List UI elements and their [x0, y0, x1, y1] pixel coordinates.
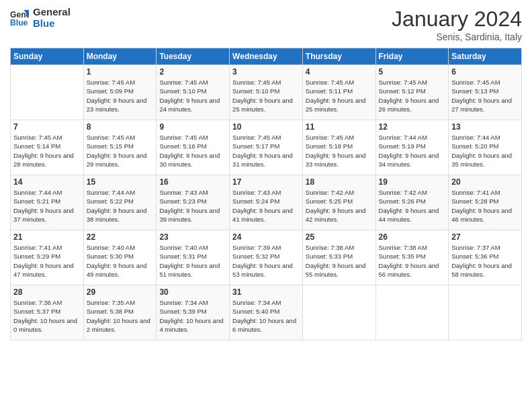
day-number: 25 — [306, 232, 373, 242]
day-number: 5 — [379, 67, 446, 77]
cell-4-6 — [449, 285, 522, 340]
day-info: Sunrise: 7:45 AMSunset: 5:13 PMDaylight:… — [451, 78, 519, 113]
day-info: Sunrise: 7:34 AMSunset: 5:39 PMDaylight:… — [159, 298, 226, 334]
cell-3-5: 26Sunrise: 7:38 AMSunset: 5:35 PMDayligh… — [375, 230, 449, 285]
calendar-table: Sunday Monday Tuesday Wednesday Thursday… — [10, 48, 522, 340]
day-number: 27 — [451, 232, 519, 242]
day-number: 29 — [87, 287, 154, 297]
day-info: Sunrise: 7:36 AMSunset: 5:37 PMDaylight:… — [13, 298, 81, 334]
day-number: 31 — [232, 287, 300, 297]
logo: General Blue General Blue — [10, 7, 71, 29]
day-number: 4 — [306, 67, 373, 77]
cell-2-3: 17Sunrise: 7:43 AMSunset: 5:24 PMDayligh… — [230, 175, 303, 230]
day-info: Sunrise: 7:35 AMSunset: 5:38 PMDaylight:… — [87, 298, 154, 334]
logo-line1: General — [33, 7, 71, 18]
day-number: 2 — [159, 67, 226, 77]
day-info: Sunrise: 7:45 AMSunset: 5:11 PMDaylight:… — [306, 78, 373, 113]
cell-1-5: 12Sunrise: 7:44 AMSunset: 5:19 PMDayligh… — [375, 120, 449, 175]
day-info: Sunrise: 7:45 AMSunset: 5:14 PMDaylight:… — [13, 133, 81, 169]
day-number: 3 — [232, 67, 300, 77]
location: Senis, Sardinia, Italy — [392, 32, 522, 42]
col-tuesday: Tuesday — [157, 48, 230, 65]
col-thursday: Thursday — [302, 48, 375, 65]
day-number: 1 — [87, 67, 154, 77]
logo-icon: General Blue — [10, 9, 29, 28]
day-info: Sunrise: 7:43 AMSunset: 5:24 PMDaylight:… — [232, 188, 300, 224]
day-info: Sunrise: 7:41 AMSunset: 5:29 PMDaylight:… — [13, 243, 81, 279]
day-info: Sunrise: 7:41 AMSunset: 5:28 PMDaylight:… — [451, 188, 519, 224]
week-row-4: 28Sunrise: 7:36 AMSunset: 5:37 PMDayligh… — [11, 285, 522, 340]
day-number: 6 — [451, 67, 519, 77]
cell-3-3: 24Sunrise: 7:39 AMSunset: 5:32 PMDayligh… — [230, 230, 303, 285]
cell-3-2: 23Sunrise: 7:40 AMSunset: 5:31 PMDayligh… — [157, 230, 230, 285]
cell-3-1: 22Sunrise: 7:40 AMSunset: 5:30 PMDayligh… — [83, 230, 157, 285]
header-row: Sunday Monday Tuesday Wednesday Thursday… — [11, 48, 522, 65]
cell-1-2: 9Sunrise: 7:45 AMSunset: 5:16 PMDaylight… — [157, 120, 230, 175]
day-number: 18 — [306, 177, 373, 187]
day-number: 16 — [159, 177, 226, 187]
cell-2-6: 20Sunrise: 7:41 AMSunset: 5:28 PMDayligh… — [449, 175, 522, 230]
cell-0-3: 3Sunrise: 7:45 AMSunset: 5:10 PMDaylight… — [230, 65, 303, 120]
cell-1-0: 7Sunrise: 7:45 AMSunset: 5:14 PMDaylight… — [11, 120, 84, 175]
day-info: Sunrise: 7:45 AMSunset: 5:16 PMDaylight:… — [159, 133, 226, 169]
cell-4-1: 29Sunrise: 7:35 AMSunset: 5:38 PMDayligh… — [83, 285, 157, 340]
col-friday: Friday — [375, 48, 449, 65]
day-number: 28 — [13, 287, 81, 297]
week-row-2: 14Sunrise: 7:44 AMSunset: 5:21 PMDayligh… — [11, 175, 522, 230]
day-info: Sunrise: 7:45 AMSunset: 5:15 PMDaylight:… — [87, 133, 154, 169]
month-title: January 2024 — [392, 7, 522, 32]
day-number: 19 — [379, 177, 446, 187]
day-number: 17 — [232, 177, 300, 187]
day-number: 26 — [379, 232, 446, 242]
day-info: Sunrise: 7:34 AMSunset: 5:40 PMDaylight:… — [232, 298, 300, 334]
cell-1-1: 8Sunrise: 7:45 AMSunset: 5:15 PMDaylight… — [83, 120, 157, 175]
day-number: 20 — [451, 177, 519, 187]
col-monday: Monday — [83, 48, 157, 65]
cell-4-2: 30Sunrise: 7:34 AMSunset: 5:39 PMDayligh… — [157, 285, 230, 340]
cell-2-4: 18Sunrise: 7:42 AMSunset: 5:25 PMDayligh… — [302, 175, 375, 230]
cell-1-6: 13Sunrise: 7:44 AMSunset: 5:20 PMDayligh… — [449, 120, 522, 175]
page: General Blue General Blue January 2024 S… — [0, 0, 532, 411]
day-info: Sunrise: 7:44 AMSunset: 5:21 PMDaylight:… — [13, 188, 81, 224]
cell-0-6: 6Sunrise: 7:45 AMSunset: 5:13 PMDaylight… — [449, 65, 522, 120]
header: General Blue General Blue January 2024 S… — [10, 7, 522, 42]
day-number: 13 — [451, 122, 519, 132]
cell-2-1: 15Sunrise: 7:44 AMSunset: 5:22 PMDayligh… — [83, 175, 157, 230]
day-info: Sunrise: 7:39 AMSunset: 5:32 PMDaylight:… — [232, 243, 300, 279]
col-saturday: Saturday — [449, 48, 522, 65]
cell-1-4: 11Sunrise: 7:45 AMSunset: 5:18 PMDayligh… — [302, 120, 375, 175]
day-info: Sunrise: 7:45 AMSunset: 5:18 PMDaylight:… — [306, 133, 373, 169]
day-info: Sunrise: 7:45 AMSunset: 5:10 PMDaylight:… — [159, 78, 226, 113]
week-row-0: 1Sunrise: 7:45 AMSunset: 5:09 PMDaylight… — [11, 65, 522, 120]
day-info: Sunrise: 7:43 AMSunset: 5:23 PMDaylight:… — [159, 188, 226, 224]
cell-2-5: 19Sunrise: 7:42 AMSunset: 5:26 PMDayligh… — [375, 175, 449, 230]
day-info: Sunrise: 7:44 AMSunset: 5:19 PMDaylight:… — [379, 133, 446, 169]
cell-3-0: 21Sunrise: 7:41 AMSunset: 5:29 PMDayligh… — [11, 230, 84, 285]
day-info: Sunrise: 7:38 AMSunset: 5:35 PMDaylight:… — [379, 243, 446, 279]
col-sunday: Sunday — [11, 48, 84, 65]
day-number: 24 — [232, 232, 300, 242]
day-info: Sunrise: 7:42 AMSunset: 5:25 PMDaylight:… — [306, 188, 373, 224]
day-info: Sunrise: 7:37 AMSunset: 5:36 PMDaylight:… — [451, 243, 519, 279]
cell-1-3: 10Sunrise: 7:45 AMSunset: 5:17 PMDayligh… — [230, 120, 303, 175]
day-number: 21 — [13, 232, 81, 242]
day-info: Sunrise: 7:44 AMSunset: 5:22 PMDaylight:… — [87, 188, 154, 224]
cell-0-2: 2Sunrise: 7:45 AMSunset: 5:10 PMDaylight… — [157, 65, 230, 120]
cell-0-1: 1Sunrise: 7:45 AMSunset: 5:09 PMDaylight… — [83, 65, 157, 120]
day-number: 15 — [87, 177, 154, 187]
week-row-1: 7Sunrise: 7:45 AMSunset: 5:14 PMDaylight… — [11, 120, 522, 175]
logo-line2: Blue — [33, 18, 71, 30]
cell-4-3: 31Sunrise: 7:34 AMSunset: 5:40 PMDayligh… — [230, 285, 303, 340]
day-info: Sunrise: 7:45 AMSunset: 5:10 PMDaylight:… — [232, 78, 300, 113]
day-info: Sunrise: 7:45 AMSunset: 5:17 PMDaylight:… — [232, 133, 300, 169]
cell-4-5 — [375, 285, 449, 340]
day-number: 22 — [87, 232, 154, 242]
day-info: Sunrise: 7:40 AMSunset: 5:30 PMDaylight:… — [87, 243, 154, 279]
cell-2-0: 14Sunrise: 7:44 AMSunset: 5:21 PMDayligh… — [11, 175, 84, 230]
day-number: 8 — [87, 122, 154, 132]
cell-0-4: 4Sunrise: 7:45 AMSunset: 5:11 PMDaylight… — [302, 65, 375, 120]
cell-3-4: 25Sunrise: 7:38 AMSunset: 5:33 PMDayligh… — [302, 230, 375, 285]
day-number: 23 — [159, 232, 226, 242]
day-number: 9 — [159, 122, 226, 132]
svg-text:Blue: Blue — [10, 18, 28, 28]
